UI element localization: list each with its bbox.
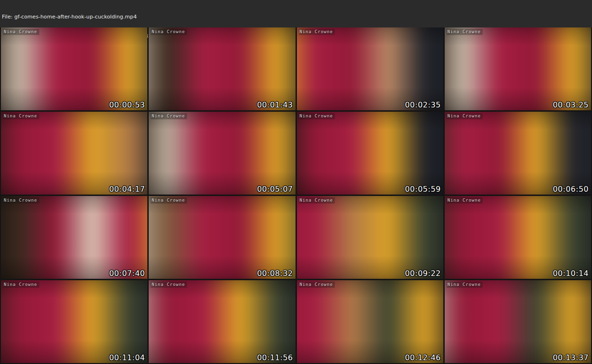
thumbnail-shade: [1, 27, 147, 110]
video-thumbnail: Nina Crowne 00:10:14: [445, 196, 591, 279]
thumbnail-shade: [149, 27, 295, 110]
video-thumbnail: Nina Crowne 00:13:37: [445, 280, 591, 363]
timestamp-badge: 00:08:32: [257, 269, 293, 278]
timestamp-badge: 00:06:50: [553, 185, 589, 194]
thumbnail-grid: Nina Crowne 00:00:53 Nina Crowne 00:01:4…: [0, 27, 592, 364]
timestamp-badge: 00:10:14: [553, 269, 589, 278]
watermark-label: Nina Crowne: [3, 113, 39, 119]
thumbnail-shade: [297, 196, 443, 279]
video-thumbnail: Nina Crowne 00:11:56: [149, 280, 295, 363]
video-thumbnail: Nina Crowne 00:00:53: [1, 27, 147, 110]
thumbnail-shade: [445, 27, 591, 110]
thumbnail-shade: [149, 112, 295, 195]
video-thumbnail: Nina Crowne 00:01:43: [149, 27, 295, 110]
video-thumbnail: Nina Crowne 00:04:17: [1, 112, 147, 195]
watermark-label: Nina Crowne: [299, 197, 335, 204]
video-thumbnail: Nina Crowne 00:05:59: [297, 112, 443, 195]
watermark-label: Nina Crowne: [151, 282, 187, 288]
thumbnail-shade: [297, 280, 443, 363]
timestamp-badge: 00:12:46: [405, 353, 441, 362]
timestamp-badge: 00:00:53: [109, 100, 145, 109]
video-thumbnail: Nina Crowne 00:11:04: [1, 280, 147, 363]
video-thumbnail: Nina Crowne 00:07:40: [1, 196, 147, 279]
video-thumbnail: Nina Crowne 00:08:32: [149, 196, 295, 279]
video-thumbnail: Nina Crowne 00:03:25: [445, 27, 591, 110]
video-thumbnail: Nina Crowne 00:09:22: [297, 196, 443, 279]
timestamp-badge: 00:07:40: [109, 269, 145, 278]
thumbnail-shade: [1, 112, 147, 195]
timestamp-badge: 00:13:37: [553, 353, 589, 362]
thumbnail-shade: [297, 27, 443, 110]
timestamp-badge: 00:05:07: [257, 185, 293, 194]
timestamp-badge: 00:05:59: [405, 185, 441, 194]
thumbnail-shade: [149, 280, 295, 363]
thumbnail-shade: [1, 196, 147, 279]
timestamp-badge: 00:01:43: [257, 100, 293, 109]
watermark-label: Nina Crowne: [447, 197, 483, 204]
thumbnail-shade: [445, 280, 591, 363]
video-thumbnail: Nina Crowne 00:06:50: [445, 112, 591, 195]
watermark-label: Nina Crowne: [299, 282, 335, 288]
watermark-label: Nina Crowne: [3, 282, 39, 288]
timestamp-badge: 00:11:04: [109, 353, 145, 362]
thumbnail-shade: [1, 280, 147, 363]
thumbnail-shade: [149, 196, 295, 279]
watermark-label: Nina Crowne: [447, 29, 483, 35]
timestamp-badge: 00:11:56: [257, 353, 293, 362]
watermark-label: Nina Crowne: [3, 29, 39, 35]
watermark-label: Nina Crowne: [447, 113, 483, 119]
timestamp-badge: 00:03:25: [553, 100, 589, 109]
video-thumbnail: Nina Crowne 00:05:07: [149, 112, 295, 195]
watermark-label: Nina Crowne: [299, 29, 335, 35]
timestamp-badge: 00:04:17: [109, 185, 145, 194]
watermark-label: Nina Crowne: [3, 197, 39, 204]
watermark-label: Nina Crowne: [151, 197, 187, 204]
timestamp-badge: 00:02:35: [405, 100, 441, 109]
thumbnail-shade: [297, 112, 443, 195]
file-name-line: File: gf-comes-home-after-hook-up-cuckol…: [2, 14, 592, 20]
watermark-label: Nina Crowne: [299, 113, 335, 119]
video-thumbnail: Nina Crowne 00:12:46: [297, 280, 443, 363]
timestamp-badge: 00:09:22: [405, 269, 441, 278]
watermark-label: Nina Crowne: [447, 282, 483, 288]
watermark-label: Nina Crowne: [151, 113, 187, 119]
watermark-label: Nina Crowne: [151, 29, 187, 35]
contact-sheet: File: gf-comes-home-after-hook-up-cuckol…: [0, 0, 592, 364]
video-thumbnail: Nina Crowne 00:02:35: [297, 27, 443, 110]
thumbnail-shade: [445, 196, 591, 279]
file-info-header: File: gf-comes-home-after-hook-up-cuckol…: [0, 0, 592, 27]
thumbnail-shade: [445, 112, 591, 195]
